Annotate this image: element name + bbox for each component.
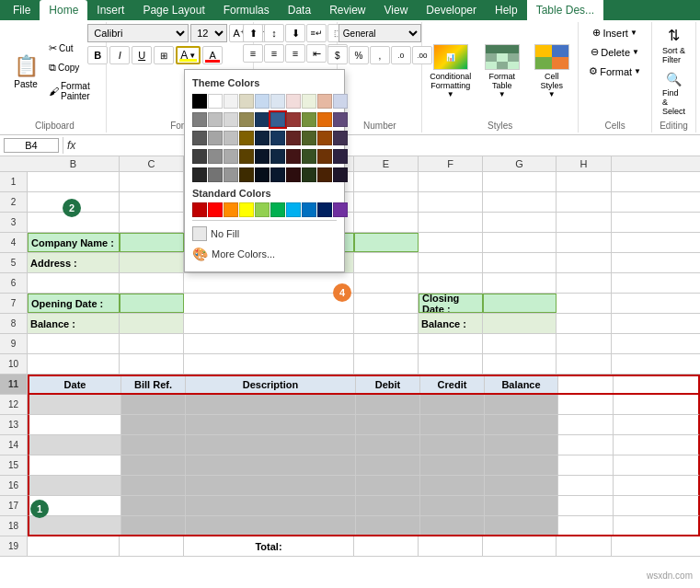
cell-f18[interactable] xyxy=(420,516,485,535)
cell-d16[interactable] xyxy=(186,476,356,495)
align-bottom-button[interactable]: ⬇ xyxy=(285,24,305,42)
cell-f14[interactable] xyxy=(420,435,485,455)
color-cell[interactable] xyxy=(239,131,254,145)
cell-b8[interactable]: Balance : xyxy=(28,314,120,333)
tab-view[interactable]: View xyxy=(375,0,418,20)
percent-button[interactable]: % xyxy=(349,46,369,64)
color-cell[interactable] xyxy=(192,112,207,127)
cell-g11[interactable]: Balance xyxy=(485,376,558,393)
cell-g10[interactable] xyxy=(483,354,557,374)
color-cell[interactable] xyxy=(255,112,270,127)
cell-d11[interactable]: Description xyxy=(186,376,356,393)
cell-g2[interactable] xyxy=(483,192,557,212)
cell-h19[interactable] xyxy=(557,536,612,556)
color-cell[interactable] xyxy=(192,94,207,109)
tab-insert[interactable]: Insert xyxy=(87,0,133,20)
cell-e5[interactable] xyxy=(354,253,419,272)
cell-c10[interactable] xyxy=(120,354,184,374)
cell-e16[interactable] xyxy=(356,476,420,495)
cell-g8[interactable] xyxy=(483,314,557,333)
cell-g15[interactable] xyxy=(485,455,558,475)
sort-filter-button[interactable]: ⇅ Sort &Filter xyxy=(658,24,690,67)
cell-d15[interactable] xyxy=(186,455,356,475)
color-cell[interactable] xyxy=(317,112,332,127)
decrease-indent-button[interactable]: ⇤ xyxy=(306,44,327,63)
cell-d8[interactable] xyxy=(184,314,354,333)
cell-g1[interactable] xyxy=(483,172,557,191)
cell-h18[interactable] xyxy=(558,516,614,535)
cell-g6[interactable] xyxy=(483,273,557,293)
cell-h1[interactable] xyxy=(557,172,612,191)
cell-e19[interactable] xyxy=(354,536,419,556)
cell-b7[interactable]: Opening Date : xyxy=(28,294,120,313)
cell-e15[interactable] xyxy=(356,455,420,475)
align-middle-button[interactable]: ↕ xyxy=(264,24,284,42)
cell-e10[interactable] xyxy=(354,354,419,374)
cell-h13[interactable] xyxy=(558,415,614,434)
std-color-cell[interactable] xyxy=(192,202,207,217)
tab-developer[interactable]: Developer xyxy=(417,0,486,20)
cell-e13[interactable] xyxy=(356,415,420,434)
tab-data[interactable]: Data xyxy=(279,0,320,20)
cell-b11[interactable]: Date xyxy=(29,376,121,393)
font-name-select[interactable]: Calibri xyxy=(87,24,189,42)
cell-b14[interactable] xyxy=(29,435,121,455)
cell-g12[interactable] xyxy=(485,395,558,414)
color-cell[interactable] xyxy=(302,131,316,145)
cell-e4[interactable] xyxy=(354,233,419,252)
cell-g7[interactable] xyxy=(483,294,557,313)
insert-button[interactable]: ⊕ Insert ▼ xyxy=(588,24,641,41)
cell-f3[interactable] xyxy=(419,213,483,232)
decrease-decimal-button[interactable]: .0 xyxy=(391,46,411,64)
color-cell[interactable] xyxy=(224,149,238,164)
color-cell[interactable] xyxy=(333,149,348,164)
cell-f8[interactable]: Balance : xyxy=(419,314,483,333)
cell-b18[interactable] xyxy=(29,516,121,535)
cell-b12[interactable] xyxy=(29,395,121,414)
cell-c12[interactable] xyxy=(121,395,186,414)
std-color-cell[interactable] xyxy=(208,202,223,217)
cell-g16[interactable] xyxy=(485,476,558,495)
cell-e8[interactable] xyxy=(354,314,419,333)
cell-c7[interactable] xyxy=(120,294,184,313)
color-cell[interactable] xyxy=(302,149,316,164)
cell-f13[interactable] xyxy=(420,415,485,434)
cell-f7[interactable]: Closing Date : xyxy=(419,294,483,313)
cell-d17[interactable] xyxy=(186,496,356,515)
color-cell[interactable] xyxy=(208,131,223,145)
paste-button[interactable]: 📋 Paste xyxy=(9,49,42,94)
std-color-cell[interactable] xyxy=(333,202,348,217)
cell-g5[interactable] xyxy=(483,253,557,272)
cell-d13[interactable] xyxy=(186,415,356,434)
cell-styles-button[interactable]: CellStyles ▼ xyxy=(530,41,574,101)
color-cell[interactable] xyxy=(317,149,332,164)
color-cell[interactable] xyxy=(224,167,238,182)
no-fill-option[interactable]: No Fill xyxy=(192,224,337,244)
cell-h4[interactable] xyxy=(557,233,612,252)
cell-c13[interactable] xyxy=(121,415,186,434)
tab-help[interactable]: Help xyxy=(486,0,527,20)
cell-c1[interactable] xyxy=(120,172,184,191)
color-cell[interactable] xyxy=(333,112,348,127)
cell-c6[interactable] xyxy=(120,273,184,293)
cell-e12[interactable] xyxy=(356,395,420,414)
cell-g19[interactable] xyxy=(483,536,557,556)
color-cell[interactable] xyxy=(208,149,223,164)
tab-table-design[interactable]: Table Des... xyxy=(527,0,603,20)
cell-g18[interactable] xyxy=(485,516,558,535)
color-cell[interactable] xyxy=(255,167,270,182)
comma-button[interactable]: , xyxy=(370,46,390,64)
color-cell[interactable] xyxy=(317,167,332,182)
cell-g3[interactable] xyxy=(483,213,557,232)
format-table-button[interactable]: FormatTable ▼ xyxy=(480,41,524,101)
cell-h17[interactable] xyxy=(558,496,614,515)
conditional-arrow[interactable]: ▼ xyxy=(447,90,454,98)
cell-h10[interactable] xyxy=(557,354,612,374)
cell-h11[interactable] xyxy=(558,376,614,393)
cell-g17[interactable] xyxy=(485,496,558,515)
cell-b15[interactable] xyxy=(29,455,121,475)
color-cell[interactable] xyxy=(302,94,316,109)
cell-c19[interactable] xyxy=(120,536,184,556)
cell-f6[interactable] xyxy=(419,273,483,293)
std-color-cell[interactable] xyxy=(270,202,285,217)
